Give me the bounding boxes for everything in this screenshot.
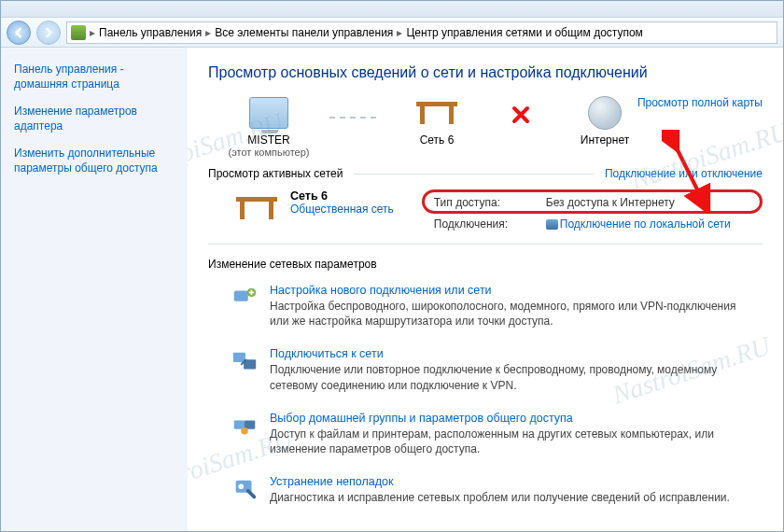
access-type-highlight: Тип доступа: Без доступа к Интернету — [422, 189, 763, 214]
active-network-row: Сеть 6 Общественная сеть Тип доступа: Бе… — [232, 189, 763, 231]
active-network-name: Сеть 6 — [290, 189, 394, 203]
option-title[interactable]: Выбор домашней группы и параметров общег… — [270, 412, 573, 425]
homegroup-icon — [231, 412, 259, 440]
nav-forward-button[interactable] — [36, 21, 61, 45]
control-panel-icon — [71, 25, 86, 40]
network-type-link[interactable]: Общественная сеть — [290, 203, 394, 216]
map-node-network[interactable]: Сеть 6 — [376, 94, 497, 158]
map-node-internet[interactable]: Интернет — [544, 94, 665, 158]
option-title[interactable]: Настройка нового подключения или сети — [270, 284, 492, 297]
settings-divider — [208, 244, 763, 245]
network-map: MISTER (этот компьютер) Сеть 6 Интернет — [208, 94, 763, 158]
option-title[interactable]: Устранение неполадок — [270, 475, 393, 488]
option-desc: Подключение или повторное подключение к … — [270, 362, 755, 392]
page-title: Просмотр основных сведений о сети и наст… — [208, 64, 763, 81]
network-settings-options: Изменение сетевых параметров Настройка н… — [208, 258, 763, 514]
settings-heading: Изменение сетевых параметров — [208, 258, 763, 271]
toolbar: ▸ Панель управления ▸ Все элементы панел… — [1, 18, 783, 48]
map-node-computer[interactable]: MISTER (этот компьютер) — [208, 94, 329, 158]
option-title[interactable]: Подключиться к сети — [270, 347, 384, 360]
option-new-connection[interactable]: Настройка нового подключения или сети На… — [208, 274, 763, 338]
new-connection-icon — [231, 284, 259, 312]
breadcrumb[interactable]: ▸ Панель управления ▸ Все элементы панел… — [66, 21, 777, 44]
connect-network-icon — [231, 347, 259, 375]
computer-icon — [249, 97, 288, 129]
sidebar: Панель управления - домашняя страница Из… — [1, 48, 188, 531]
breadcrumb-item[interactable]: Центр управления сетями и общим доступом — [406, 26, 643, 39]
network-name: Сеть 6 — [420, 133, 455, 147]
chevron-right-icon: ▸ — [88, 26, 97, 39]
access-type-value: Без доступа к Интернету — [546, 196, 675, 209]
sidebar-link-home[interactable]: Панель управления - домашняя страница — [14, 63, 175, 91]
access-type-label: Тип доступа: — [434, 196, 527, 209]
nav-back-button[interactable] — [7, 21, 31, 45]
option-desc: Настройка беспроводного, широкополосного… — [270, 299, 755, 329]
breadcrumb-item[interactable]: Панель управления — [99, 26, 202, 39]
svg-rect-3 — [233, 353, 245, 362]
sidebar-link-sharing-settings[interactable]: Изменить дополнительные параметры общего… — [14, 147, 175, 175]
chevron-right-icon: ▸ — [203, 26, 213, 39]
troubleshoot-icon — [231, 475, 259, 503]
svg-point-9 — [238, 484, 244, 490]
window-titlebar — [1, 1, 783, 18]
computer-sublabel: (этот компьютер) — [228, 147, 309, 158]
breadcrumb-item[interactable]: Все элементы панели управления — [215, 26, 393, 39]
connections-link[interactable]: Подключение по локальной сети — [546, 217, 731, 231]
bench-icon — [416, 102, 457, 124]
svg-rect-1 — [234, 291, 248, 301]
internet-label: Интернет — [581, 133, 629, 147]
option-desc: Доступ к файлам и принтерам, расположенн… — [270, 427, 755, 456]
map-connector-broken — [497, 105, 544, 124]
computer-name: MISTER — [247, 133, 289, 147]
option-homegroup[interactable]: Выбор домашней группы и параметров общег… — [208, 402, 763, 466]
option-troubleshoot[interactable]: Устранение неполадок Диагностика и испра… — [208, 466, 763, 514]
connections-label: Подключения: — [434, 217, 527, 231]
map-connector — [329, 117, 376, 119]
svg-point-7 — [241, 427, 248, 435]
lan-icon — [546, 219, 558, 230]
chevron-right-icon: ▸ — [395, 26, 404, 39]
active-networks-label: Просмотр активных сетей — [208, 167, 343, 180]
globe-icon — [588, 96, 622, 130]
connect-disconnect-link[interactable]: Подключение или отключение — [605, 167, 763, 180]
main-panel: Просмотр основных сведений о сети и наст… — [188, 48, 783, 531]
active-networks-header: Просмотр активных сетей Подключение или … — [208, 167, 763, 180]
option-desc: Диагностика и исправление сетевых пробле… — [270, 490, 730, 505]
option-connect-network[interactable]: Подключиться к сети Подключение или повт… — [208, 338, 763, 401]
sidebar-link-adapter-settings[interactable]: Изменение параметров адаптера — [14, 105, 175, 133]
bench-icon — [236, 197, 277, 219]
